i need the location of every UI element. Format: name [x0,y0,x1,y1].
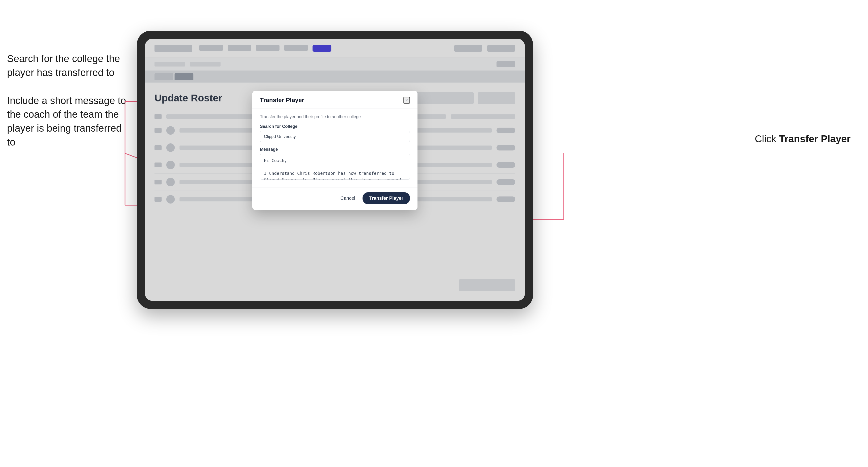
annotation-click: Click Transfer Player [755,132,854,146]
cancel-button[interactable]: Cancel [337,193,359,203]
modal-overlay: Transfer Player × Transfer the player an… [145,39,525,301]
tablet-body: Update Roster [137,31,533,309]
search-college-label: Search for College [260,124,410,129]
modal-header: Transfer Player × [252,91,417,109]
transfer-player-button[interactable]: Transfer Player [363,192,410,204]
modal-title: Transfer Player [260,96,304,104]
annotation-message: Include a short message to the coach of … [7,94,130,149]
modal-close-button[interactable]: × [403,97,410,103]
message-textarea[interactable] [260,154,410,180]
message-label: Message [260,147,410,152]
tablet-device: Update Roster [137,31,533,309]
modal-footer: Cancel Transfer Player [252,187,417,210]
transfer-player-modal: Transfer Player × Transfer the player an… [252,91,417,210]
modal-description: Transfer the player and their profile to… [260,115,410,119]
modal-body: Transfer the player and their profile to… [252,109,417,187]
search-college-input[interactable] [260,131,410,142]
annotation-search: Search for the college the player has tr… [7,52,130,80]
tablet-screen: Update Roster [145,39,525,301]
